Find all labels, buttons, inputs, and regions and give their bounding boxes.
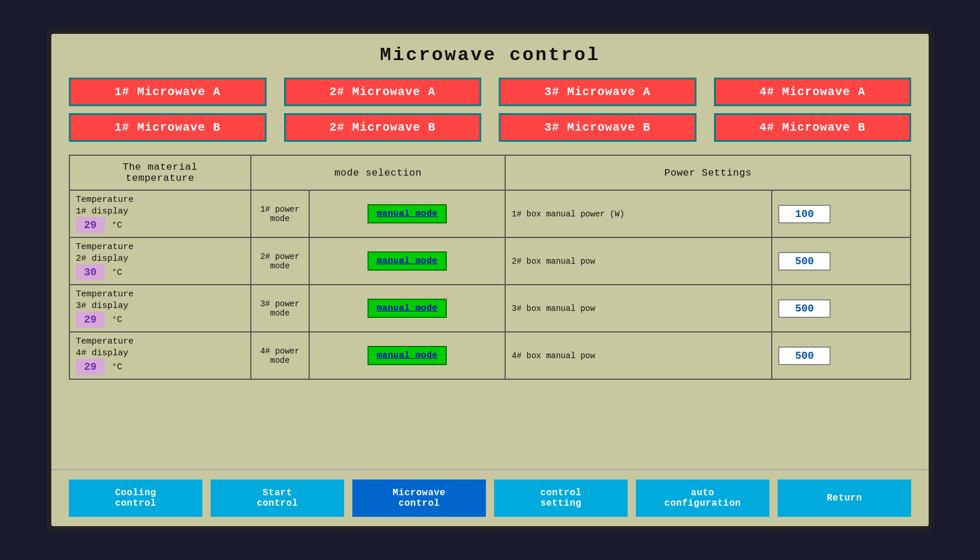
mw-a-btn-4[interactable]: 4# Microwave A	[714, 78, 912, 106]
mode-cell: manual mode	[309, 285, 506, 332]
nav-button-4[interactable]: autoconfiguration	[636, 480, 769, 517]
table-row: Temperature1# display 29 °C 1# powermode…	[69, 190, 911, 237]
unit-label: °C	[112, 220, 123, 230]
temp-label: Temperature3# display	[76, 289, 244, 312]
mode-button[interactable]: manual mode	[368, 251, 447, 271]
microwave-b-row: 1# Microwave B 2# Microwave B 3# Microwa…	[69, 113, 911, 142]
power-input[interactable]	[778, 299, 831, 318]
power-mode-label: 3# powermode	[257, 299, 303, 318]
mode-cell: manual mode	[309, 190, 506, 237]
power-setting-text: 4# box manual pow	[512, 351, 595, 360]
power-setting-label-cell: 1# box manual power (W)	[505, 190, 772, 237]
temp-cell: Temperature2# display 30 °C	[69, 237, 251, 285]
nav-button-3[interactable]: controlsetting	[494, 480, 628, 517]
microwave-a-section: 1# Microwave A 2# Microwave A 3# Microwa…	[51, 72, 929, 152]
power-input[interactable]	[778, 346, 831, 365]
temp-cell: Temperature4# display 29 °C	[69, 332, 251, 379]
mw-b-btn-1[interactable]: 1# Microwave B	[69, 113, 267, 142]
temp-value: 29	[76, 359, 105, 375]
nav-button-1[interactable]: Startcontrol	[211, 480, 344, 517]
power-input-cell	[772, 285, 911, 332]
power-mode-label-cell: 1# powermode	[251, 190, 309, 237]
nav-button-5[interactable]: Return	[778, 480, 911, 517]
mode-button[interactable]: manual mode	[368, 299, 447, 318]
temp-cell: Temperature3# display 29 °C	[69, 285, 251, 332]
power-setting-label-cell: 3# box manual pow	[505, 285, 772, 332]
power-mode-label: 1# powermode	[257, 205, 303, 223]
power-input[interactable]	[778, 252, 831, 271]
power-input-cell	[772, 190, 911, 237]
temp-label: Temperature1# display	[76, 194, 244, 217]
nav-button-0[interactable]: Coolingcontrol	[69, 480, 202, 517]
bottom-nav: CoolingcontrolStartcontrolMicrowavecontr…	[51, 469, 929, 526]
power-setting-text: 2# box manual pow	[512, 257, 595, 266]
mode-button[interactable]: manual mode	[368, 204, 447, 223]
table-row: Temperature4# display 29 °C 4# powermode…	[69, 332, 911, 379]
main-data-table: The material temperature mode selection …	[69, 155, 911, 380]
power-mode-label-cell: 3# powermode	[251, 285, 309, 332]
power-setting-text: 3# box manual pow	[512, 304, 595, 313]
power-setting-text: 1# box manual power (W)	[512, 209, 624, 219]
page-title: Microwave control	[51, 34, 929, 72]
power-setting-label-cell: 4# box manual pow	[505, 332, 772, 379]
unit-label: °C	[112, 268, 123, 278]
mode-cell: manual mode	[309, 237, 506, 285]
temp-label: Temperature2# display	[76, 242, 244, 264]
col2-header: mode selection	[251, 155, 506, 190]
mw-a-btn-3[interactable]: 3# Microwave A	[499, 78, 696, 106]
power-mode-label: 2# powermode	[257, 252, 303, 271]
mode-button[interactable]: manual mode	[368, 346, 447, 365]
unit-label: °C	[112, 315, 123, 325]
power-mode-label-cell: 2# powermode	[251, 237, 309, 285]
table-row: Temperature3# display 29 °C 3# powermode…	[69, 285, 911, 332]
main-screen: Microwave control 1# Microwave A 2# Micr…	[47, 29, 933, 531]
mw-b-btn-4[interactable]: 4# Microwave B	[714, 113, 912, 142]
nav-button-2[interactable]: Microwavecontrol	[352, 480, 486, 517]
power-input-cell	[772, 332, 911, 379]
power-input-cell	[772, 237, 911, 285]
power-setting-label-cell: 2# box manual pow	[505, 237, 772, 285]
power-input[interactable]	[778, 205, 831, 223]
temp-label: Temperature4# display	[76, 336, 244, 359]
table-row: Temperature2# display 30 °C 2# powermode…	[69, 237, 911, 285]
mw-a-btn-1[interactable]: 1# Microwave A	[69, 78, 267, 106]
col1-header: The material temperature	[69, 155, 251, 190]
unit-label: °C	[112, 362, 123, 372]
temp-cell: Temperature1# display 29 °C	[69, 190, 251, 237]
power-mode-label: 4# powermode	[257, 346, 303, 365]
microwave-a-row: 1# Microwave A 2# Microwave A 3# Microwa…	[69, 78, 911, 106]
power-mode-label-cell: 4# powermode	[251, 332, 309, 379]
col3-header: Power Settings	[505, 155, 911, 190]
mw-a-btn-2[interactable]: 2# Microwave A	[284, 78, 482, 106]
mw-b-btn-3[interactable]: 3# Microwave B	[499, 113, 696, 142]
temp-value: 29	[76, 312, 105, 328]
mode-cell: manual mode	[309, 332, 506, 379]
temp-value: 29	[76, 217, 105, 233]
data-table-area: The material temperature mode selection …	[51, 152, 929, 469]
mw-b-btn-2[interactable]: 2# Microwave B	[284, 113, 482, 142]
temp-value: 30	[76, 264, 105, 281]
